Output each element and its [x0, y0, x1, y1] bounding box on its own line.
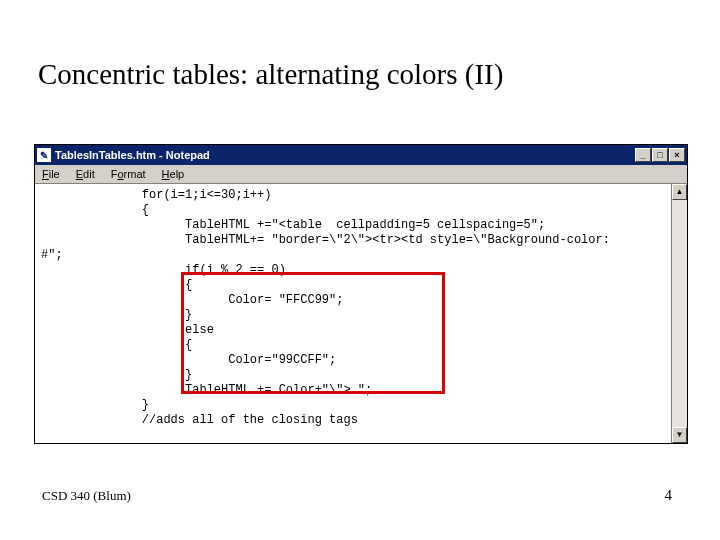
titlebar[interactable]: ✎ TablesInTables.htm - Notepad _ □ × — [35, 145, 687, 165]
editor-container: for(i=1;i<=30;i++) { TableHTML +="<table… — [35, 184, 687, 443]
code-line: } — [41, 308, 665, 323]
code-line: { — [41, 338, 665, 353]
code-line: //adds all of the closing tags — [41, 413, 665, 428]
code-line: { — [41, 278, 665, 293]
code-line: Color="99CCFF"; — [41, 353, 665, 368]
code-line: { — [41, 203, 665, 218]
menu-help[interactable]: Help — [159, 167, 188, 181]
code-line: if(i % 2 == 0) — [41, 263, 665, 278]
code-line: TableHTML+= "border=\"2\"><tr><td style=… — [41, 233, 665, 248]
menubar: File Edit Format Help — [35, 165, 687, 184]
window-title: TablesInTables.htm - Notepad — [55, 149, 635, 161]
close-button[interactable]: × — [669, 148, 685, 162]
slide-title: Concentric tables: alternating colors (I… — [38, 58, 503, 91]
scroll-up-button[interactable]: ▲ — [672, 184, 687, 200]
scroll-down-button[interactable]: ▼ — [672, 427, 687, 443]
maximize-button[interactable]: □ — [652, 148, 668, 162]
menu-format[interactable]: Format — [108, 167, 149, 181]
window-controls: _ □ × — [635, 148, 685, 162]
page-number: 4 — [665, 487, 673, 504]
code-line: } — [41, 368, 665, 383]
menu-file[interactable]: File — [39, 167, 63, 181]
code-line: Color= "FFCC99"; — [41, 293, 665, 308]
menu-edit[interactable]: Edit — [73, 167, 98, 181]
minimize-button[interactable]: _ — [635, 148, 651, 162]
code-line: for(i=1;i<=30;i++) — [41, 188, 665, 203]
notepad-window: ✎ TablesInTables.htm - Notepad _ □ × Fil… — [34, 144, 688, 444]
vertical-scrollbar[interactable]: ▲ ▼ — [671, 184, 687, 443]
code-line: TableHTML += Color+"\"> "; — [41, 383, 665, 398]
code-line: TableHTML +="<table cellpadding=5 cellsp… — [41, 218, 665, 233]
scroll-track[interactable] — [672, 200, 687, 427]
code-editor[interactable]: for(i=1;i<=30;i++) { TableHTML +="<table… — [35, 184, 671, 443]
code-line: } — [41, 398, 665, 413]
footer-left: CSD 340 (Blum) — [42, 488, 131, 504]
code-line: else — [41, 323, 665, 338]
code-line: #"; — [41, 248, 665, 263]
notepad-icon: ✎ — [37, 148, 51, 162]
